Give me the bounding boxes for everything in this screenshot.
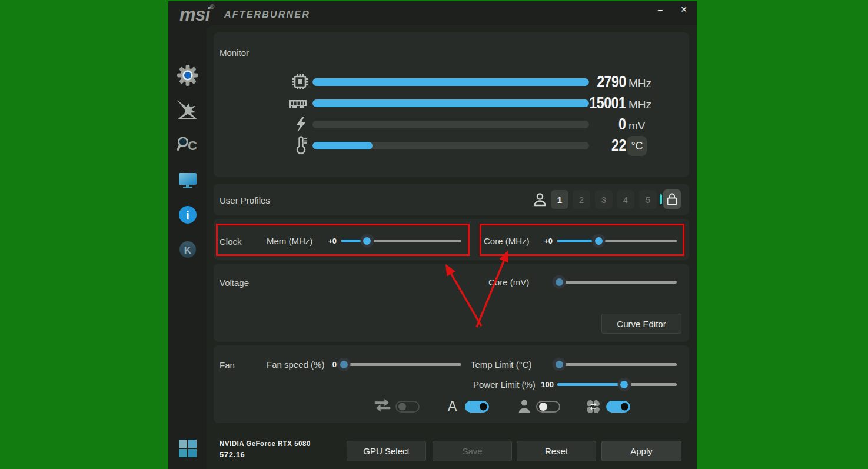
oc-scanner-icon: C	[177, 134, 199, 157]
memory-clock-unit: MHz	[628, 99, 651, 110]
memory-clock-value: 15001	[556, 95, 626, 111]
fan-speed-slider-knob[interactable]	[337, 358, 351, 371]
fan-panel-title: Fan	[220, 360, 235, 370]
user-profile-icon	[532, 192, 548, 210]
core-voltage-slider[interactable]	[557, 275, 677, 288]
lock-icon	[666, 192, 678, 206]
profile-lock-button[interactable]	[663, 189, 681, 209]
curve-editor-button[interactable]: Curve Editor	[601, 314, 681, 334]
sidebar-item-information[interactable]: i	[175, 202, 201, 228]
core-clock-unit: MHz	[628, 78, 651, 89]
auto-a-icon: A	[448, 400, 457, 413]
sidebar-item-oc-scanner[interactable]: C	[175, 132, 201, 158]
temperature-unit-badge[interactable]: °C	[627, 136, 647, 156]
gpu-name: NVIDIA GeForce RTX 5080	[220, 439, 311, 448]
power-limit-slider-knob[interactable]	[617, 378, 631, 391]
sidebar-item-settings[interactable]	[175, 62, 201, 88]
sidebar-item-monitoring[interactable]	[175, 167, 201, 193]
temp-limit-slider-knob[interactable]	[553, 358, 566, 371]
annotation-box-mem-clock	[216, 224, 470, 256]
profile-button-4[interactable]: 4	[617, 190, 634, 209]
power-limit-slider[interactable]	[557, 378, 677, 391]
core-clock-value: 2790	[556, 74, 626, 90]
fan-sync-icon	[584, 398, 602, 418]
sync-fan-toggle[interactable]	[395, 401, 420, 413]
power-limit-value: 100	[518, 381, 554, 388]
apply-button[interactable]: Apply	[601, 441, 681, 461]
sidebar-item-kombustor[interactable]: K	[175, 237, 201, 262]
fan-sync-toggle[interactable]	[606, 401, 630, 413]
minimize-button[interactable]: –	[650, 2, 670, 17]
voltage-bolt-icon	[293, 115, 310, 135]
app-title: AFTERBURNER	[224, 10, 310, 19]
voltage-bar	[312, 121, 589, 128]
screen-icon	[177, 169, 199, 191]
sidebar-item-windows[interactable]	[175, 435, 201, 461]
core-voltage-label: Core (mV)	[488, 278, 529, 287]
profile-button-3[interactable]: 3	[595, 190, 613, 209]
voltage-unit: mV	[628, 120, 646, 131]
gpu-chip-icon	[291, 73, 309, 93]
user-icon	[516, 398, 533, 418]
voltage-value: 0	[556, 117, 626, 132]
user-profiles-title: User Profiles	[220, 195, 270, 205]
thermometer-icon	[293, 135, 310, 159]
voltage-panel-title: Voltage	[220, 278, 249, 288]
k-icon: K	[177, 238, 199, 261]
gpu-select-button[interactable]: GPU Select	[347, 441, 426, 461]
core-voltage-slider-knob[interactable]	[553, 275, 566, 289]
core-clock-bar	[312, 78, 589, 86]
profile-lock-indicator	[660, 194, 662, 204]
sidebar-item-msi-dragon[interactable]	[175, 97, 201, 123]
info-icon: i	[177, 204, 199, 226]
brand-msi-text: msi	[179, 4, 210, 25]
profile-button-2[interactable]: 2	[573, 190, 590, 209]
msi-logo: msi®	[179, 4, 214, 24]
fan-speed-slider[interactable]	[341, 358, 461, 371]
monitor-panel-title: Monitor	[220, 48, 249, 58]
user-fan-toggle[interactable]	[536, 401, 560, 413]
sync-arrows-icon	[373, 398, 392, 417]
profile-button-1[interactable]: 1	[551, 190, 568, 209]
fan-speed-value: 0	[301, 361, 337, 368]
svg-text:i: i	[186, 208, 189, 222]
gear-icon	[177, 64, 199, 87]
dragon-icon	[176, 98, 199, 122]
driver-version: 572.16	[220, 450, 245, 459]
auto-fan-toggle[interactable]	[465, 401, 489, 413]
brand-trademark: ®	[210, 4, 214, 10]
svg-text:C: C	[188, 138, 197, 153]
temp-limit-slider[interactable]	[557, 358, 677, 371]
close-button[interactable]: ✕	[674, 2, 694, 17]
memory-icon	[288, 95, 308, 114]
memory-clock-bar	[312, 99, 589, 107]
annotation-box-core-clock	[480, 224, 684, 256]
svg-text:K: K	[184, 245, 192, 256]
windows-icon	[178, 438, 198, 458]
profile-button-5[interactable]: 5	[639, 190, 657, 209]
reset-button[interactable]: Reset	[517, 441, 596, 461]
temperature-bar	[312, 142, 589, 149]
temperature-value: 22	[556, 138, 626, 154]
save-button[interactable]: Save	[433, 441, 512, 461]
desktop: msi® AFTERBURNER – ✕	[0, 0, 868, 469]
temp-limit-label: Temp Limit (°C)	[471, 360, 532, 369]
